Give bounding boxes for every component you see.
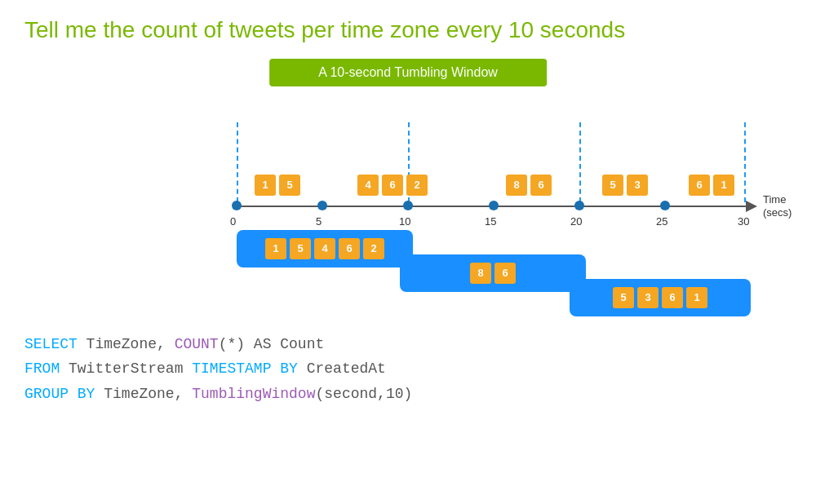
tick-label-5: 5 xyxy=(316,215,322,228)
window-bar-1: 1 5 4 6 2 xyxy=(237,230,413,267)
sql-by-keyword: BY xyxy=(271,360,297,377)
tweet-box-3b: 6 xyxy=(530,175,552,196)
sql-tumbling-keyword: TumblingWindow xyxy=(192,386,315,402)
tick-label-0: 0 xyxy=(230,215,236,228)
tweet-box-3a: 8 xyxy=(506,175,527,196)
window-box-3-4: 1 xyxy=(686,287,707,308)
tick-label-25: 25 xyxy=(656,215,667,228)
window-box-2-2: 6 xyxy=(494,263,516,284)
sql-timestamp-keyword: TIMESTAMP xyxy=(192,360,271,377)
tweet-box-2b: 6 xyxy=(382,175,403,196)
time-label: Time(secs) xyxy=(763,193,792,221)
page-title: Tell me the count of tweets per time zon… xyxy=(24,16,792,44)
tweet-box-4b: 3 xyxy=(627,175,648,196)
tick-label-20: 20 xyxy=(570,215,582,228)
tick-label-30: 30 xyxy=(738,215,749,228)
sql-count-keyword: COUNT xyxy=(175,336,219,352)
tweet-box-5a: 6 xyxy=(689,175,710,196)
window-box-3-3: 6 xyxy=(662,287,683,308)
window-box-3-2: 3 xyxy=(637,287,659,308)
sql-groupby-text: TimeZone, xyxy=(95,386,192,402)
timeline-container: 1 5 4 6 2 8 6 5 3 6 1 Time(secs) 0 xyxy=(237,116,792,312)
window-bar-3: 5 3 6 1 xyxy=(570,279,751,316)
sql-timezone-text: TimeZone, xyxy=(78,336,175,352)
tweet-box-2a: 4 xyxy=(357,175,379,196)
sql-line-1: SELECT TimeZone, COUNT(*) AS Count xyxy=(24,332,792,357)
sql-count-rest: (*) AS Count xyxy=(219,336,325,352)
sql-stream-text: TwitterStream xyxy=(60,360,192,377)
window-box-2-1: 8 xyxy=(470,263,491,284)
sql-by2-keyword: BY xyxy=(69,386,95,402)
dashed-line-20 xyxy=(579,122,581,202)
tweet-box-2c: 2 xyxy=(406,175,428,196)
tick-label-15: 15 xyxy=(485,215,496,228)
page-container: Tell me the count of tweets per time zon… xyxy=(0,0,816,504)
sql-line-3: GROUP BY TimeZone, TumblingWindow(second… xyxy=(24,382,792,407)
dashed-line-30 xyxy=(744,122,746,202)
tweet-box-1b: 5 xyxy=(279,175,300,196)
tick-dot-5 xyxy=(317,201,327,210)
tick-dot-0 xyxy=(232,201,242,210)
tick-label-10: 10 xyxy=(399,215,410,228)
window-box-3-1: 5 xyxy=(613,287,634,308)
window-bar-2: 8 6 xyxy=(400,254,586,292)
dashed-line-0 xyxy=(237,122,238,202)
window-box-1-2: 5 xyxy=(290,238,311,259)
sql-createdat-text: CreatedAt xyxy=(298,360,386,377)
window-box-1-1: 1 xyxy=(265,238,286,259)
tweet-box-5b: 1 xyxy=(713,175,734,196)
window-box-1-5: 2 xyxy=(363,238,384,259)
tweet-box-1a: 1 xyxy=(255,175,276,196)
window-box-1-3: 4 xyxy=(314,238,335,259)
sql-line-2: FROM TwitterStream TIMESTAMP BY CreatedA… xyxy=(24,356,792,382)
sql-window-params: (second,10) xyxy=(315,386,412,402)
tweet-box-4a: 5 xyxy=(602,175,623,196)
tick-dot-25 xyxy=(660,201,670,210)
tumbling-window-banner: A 10-second Tumbling Window xyxy=(269,59,547,86)
diagram-area: A 10-second Tumbling Window 1 5 4 6 2 8 … xyxy=(24,59,792,320)
tick-dot-15 xyxy=(489,201,499,210)
tick-dot-20 xyxy=(574,201,584,210)
timeline-arrow xyxy=(746,201,757,212)
sql-select-keyword: SELECT xyxy=(24,336,78,352)
sql-group-keyword: GROUP xyxy=(24,386,69,402)
sql-from-keyword: FROM xyxy=(24,360,60,377)
window-box-1-4: 6 xyxy=(339,238,360,259)
tick-dot-10 xyxy=(403,201,413,210)
sql-area: SELECT TimeZone, COUNT(*) AS Count FROM … xyxy=(24,332,792,407)
